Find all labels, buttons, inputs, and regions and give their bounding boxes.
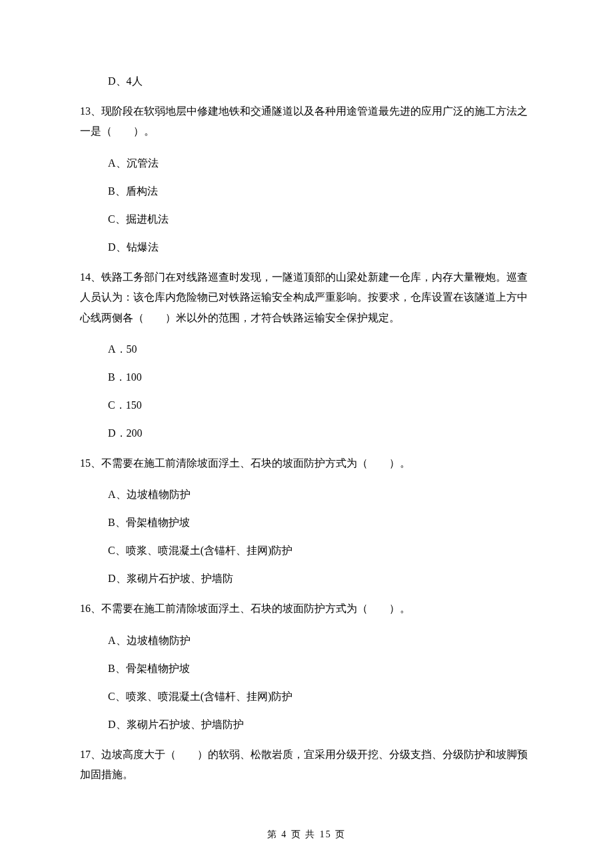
q14-option-a: A．50 <box>108 341 533 357</box>
q13-option-b: B、盾构法 <box>108 183 533 199</box>
q15-option-a: A、边坡植物防护 <box>108 487 533 503</box>
q16-option-d: D、浆砌片石护坡、护墙防护 <box>108 717 533 733</box>
q14-option-c: C．150 <box>108 397 533 413</box>
q16-stem: 16、不需要在施工前清除坡面浮土、石块的坡面防护方式为（ ）。 <box>80 599 533 619</box>
q13-option-c: C、掘进机法 <box>108 211 533 227</box>
q13-option-a: A、沉管法 <box>108 155 533 171</box>
q14-stem: 14、铁路工务部门在对线路巡查时发现，一隧道顶部的山梁处新建一仓库，内存大量鞭炮… <box>80 267 533 328</box>
q15-stem: 15、不需要在施工前清除坡面浮土、石块的坡面防护方式为（ ）。 <box>80 453 533 473</box>
q12-option-d: D、4人 <box>108 73 533 89</box>
q15-option-b: B、骨架植物护坡 <box>108 515 533 531</box>
q15-option-c: C、喷浆、喷混凝土(含锚杆、挂网)防护 <box>108 543 533 559</box>
q17-stem: 17、边坡高度大于（ ）的软弱、松散岩质，宜采用分级开挖、分级支挡、分级防护和坡… <box>80 745 533 785</box>
q14-option-d: D．200 <box>108 425 533 441</box>
q16-option-b: B、骨架植物护坡 <box>108 661 533 677</box>
q13-stem: 13、现阶段在软弱地层中修建地铁和交通隧道以及各种用途管道最先进的应用广泛的施工… <box>80 101 533 142</box>
document-page: D、4人 13、现阶段在软弱地层中修建地铁和交通隧道以及各种用途管道最先进的应用… <box>0 0 613 868</box>
q14-option-b: B．100 <box>108 369 533 385</box>
q13-option-d: D、钻爆法 <box>108 239 533 255</box>
q16-option-a: A、边坡植物防护 <box>108 633 533 649</box>
page-footer: 第 4 页 共 15 页 <box>0 827 613 841</box>
q16-option-c: C、喷浆、喷混凝土(含锚杆、挂网)防护 <box>108 689 533 705</box>
q15-option-d: D、浆砌片石护坡、护墙防 <box>108 571 533 587</box>
